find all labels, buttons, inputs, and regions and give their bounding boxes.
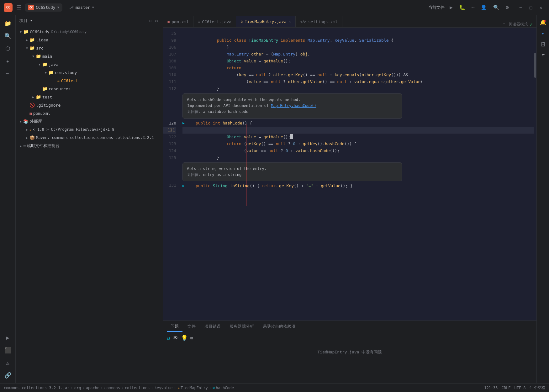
- tab-close-icon[interactable]: ✕: [289, 19, 291, 24]
- arrow-icon: ▼: [37, 62, 42, 67]
- breadcrumb-collections[interactable]: collections: [125, 386, 150, 390]
- tab-settings[interactable]: </> settings.xml: [296, 16, 342, 27]
- tab-cc6test[interactable]: ☕ CC6test.java: [193, 16, 236, 27]
- close-button[interactable]: ✕: [536, 3, 545, 12]
- sidebar-icon-vcs[interactable]: ⬡: [2, 43, 13, 54]
- charset-label: UTF-8: [514, 386, 525, 390]
- project-selector[interactable]: CC CC6Study ▼: [25, 3, 62, 12]
- tab-pom[interactable]: m pom.xml: [163, 16, 193, 27]
- tree-item-gitignore[interactable]: 🚫 .gitignore: [16, 101, 163, 109]
- check-icon: ✓: [530, 21, 533, 27]
- minimize-button[interactable]: ─: [516, 3, 525, 12]
- run-button[interactable]: ▶: [448, 3, 454, 12]
- sidebar-icon-search[interactable]: 🔍: [2, 30, 13, 41]
- settings-icon[interactable]: ⚙: [504, 3, 510, 12]
- reload-icon[interactable]: ↺: [167, 335, 170, 341]
- tree-item-resources[interactable]: 📁 resources: [16, 85, 163, 93]
- reader-mode-label: 阅读器模式: [509, 22, 528, 27]
- doc-popup-return-2: 返回值: entry as a string: [187, 172, 397, 178]
- status-crlf[interactable]: CRLF: [502, 386, 511, 390]
- project-icon: CC: [28, 5, 34, 10]
- bottom-tab-vulnerable-deps[interactable]: 易受攻击的依赖项: [259, 322, 299, 332]
- tabs-more-button[interactable]: ⋯: [502, 20, 507, 27]
- maximize-button[interactable]: □: [526, 3, 535, 12]
- right-sidebar-maven[interactable]: m: [540, 50, 546, 59]
- sidebar-icon-plugins[interactable]: ✦: [2, 55, 13, 66]
- doc-link[interactable]: Map.Entry.hashCode(): [271, 103, 316, 108]
- tree-item-cc6study[interactable]: ▼ 📁 CC6Study D:\study\CC6Study: [16, 28, 163, 36]
- position-label: 121:35: [484, 386, 498, 390]
- code-editor[interactable]: 35 99 106 107 108 109 110 111 112 120 12…: [163, 28, 536, 320]
- tree-item-cc6test[interactable]: ☕ CC6test: [16, 77, 163, 85]
- bulb-icon[interactable]: 💡: [181, 335, 188, 341]
- bottom-tab-server-analysis[interactable]: 服务器端分析: [226, 322, 258, 332]
- tree-item-src[interactable]: ▼ 📁 src: [16, 44, 163, 52]
- run-indicator-icon[interactable]: ▶: [182, 120, 185, 127]
- tree-item-comstudy[interactable]: ▼ 📁 com.study: [16, 68, 163, 77]
- status-position[interactable]: 121:35: [484, 386, 498, 390]
- line-num: 99: [163, 37, 176, 44]
- sidebar-icon-more[interactable]: ⋯: [2, 68, 13, 79]
- reader-mode-area: 阅读器模式 ✓: [509, 21, 533, 27]
- bottom-tab-project-errors[interactable]: 项目错误: [201, 322, 224, 332]
- sidebar-icon-git[interactable]: 🔗: [2, 369, 13, 381]
- editor-scrollbar[interactable]: [534, 28, 536, 320]
- run-indicator-2-icon[interactable]: ▶: [182, 183, 185, 189]
- bottom-tab-problems[interactable]: 问题: [167, 322, 182, 332]
- tab-cc6test-label: CC6test.java: [202, 19, 231, 24]
- branch-selector[interactable]: ⎇ master ▼: [66, 4, 97, 11]
- tab-tiedmapentry[interactable]: ☕ TiedMapEntry.java ✕: [236, 16, 296, 27]
- tree-item-maven-commons[interactable]: ▶ 📦 Maven: commons-collections:commons-c…: [16, 134, 163, 142]
- sidebar-icon-problems[interactable]: ⚠: [2, 357, 13, 368]
- breadcrumb-apache[interactable]: apache: [86, 386, 99, 390]
- sep5: ›: [151, 386, 153, 390]
- sidebar-icon-debug[interactable]: ⬛: [2, 344, 13, 356]
- bottom-tab-files[interactable]: 文件: [184, 322, 199, 332]
- code-line-106: Map.Entry other = (Map.Entry) obj;: [182, 44, 534, 51]
- right-sidebar-ai[interactable]: ✦: [540, 29, 546, 38]
- status-charset[interactable]: UTF-8: [514, 386, 525, 390]
- right-sidebar-db[interactable]: 🗄: [539, 40, 547, 49]
- spacer: [24, 111, 29, 116]
- arrow-icon: ▼: [43, 70, 48, 75]
- code-line-35: public class TiedMapEntry implements Map…: [182, 30, 534, 37]
- code-content[interactable]: public class TiedMapEntry implements Map…: [180, 28, 534, 320]
- breadcrumb-org[interactable]: org: [74, 386, 81, 390]
- settings-icon[interactable]: ⚙: [154, 18, 159, 24]
- user-icon[interactable]: 👤: [479, 3, 488, 12]
- bottom-panel: 问题 文件 项目错误 服务器端分析 易受攻击的依赖项 ↺ 👁 💡 ⊞ TiedM…: [163, 320, 536, 383]
- tree-item-main[interactable]: ▼ 📁 main: [16, 52, 163, 60]
- collapse-all-icon[interactable]: ⊟: [148, 18, 153, 24]
- line-num: 110: [163, 72, 176, 78]
- code-line-125: [182, 154, 534, 161]
- sidebar-icon-project[interactable]: 📁: [2, 18, 13, 29]
- line-num: 35: [163, 30, 176, 37]
- java-folder-icon: 📁: [42, 62, 47, 67]
- breadcrumb-tiedmapentry[interactable]: ☕ TiedMapEntry: [177, 386, 208, 390]
- debug-button[interactable]: 🐛: [458, 3, 467, 12]
- status-indent[interactable]: 4 个空格: [530, 385, 545, 390]
- expand-icon[interactable]: ⊞: [190, 336, 193, 341]
- eye-icon[interactable]: 👁: [173, 335, 178, 341]
- more-options-button[interactable]: ⋯: [470, 3, 476, 12]
- folder-icon: 📁: [29, 45, 35, 50]
- tree-item-idea[interactable]: ▶ 📁 .idea: [16, 36, 163, 44]
- tree-item-jdk[interactable]: ▶ ☕ < 1.8 > C:\Program Files\Java\jdk1.8: [16, 125, 163, 134]
- breadcrumb-jar[interactable]: commons-collections-3.2.1.jar: [4, 386, 70, 390]
- tree-item-external-libs[interactable]: ▼ 📚 外部库: [16, 117, 163, 125]
- tree-item-pom[interactable]: m pom.xml: [16, 109, 163, 117]
- menu-icon[interactable]: ☰: [16, 4, 21, 11]
- current-file-btn[interactable]: 当前文件: [428, 5, 445, 10]
- breadcrumb-commons[interactable]: commons: [104, 386, 120, 390]
- tree-item-test[interactable]: ▶ 📁 test: [16, 93, 163, 101]
- sidebar-icon-run[interactable]: ▶: [2, 332, 13, 343]
- tree-item-scratch[interactable]: ▶ ≡ 临时文件和控制台: [16, 142, 163, 150]
- breadcrumb-keyvalue[interactable]: keyvalue: [155, 386, 173, 390]
- breadcrumb-hashcode[interactable]: ⊕ hashCode: [213, 386, 234, 390]
- right-sidebar-notif[interactable]: 🔔: [538, 18, 548, 27]
- no-problems-message: TiedMapEntry.java 中没有问题: [167, 343, 533, 361]
- line-numbers: 35 99 106 107 108 109 110 111 112 120 12…: [163, 28, 180, 320]
- tree-item-java[interactable]: ▼ 📁 java: [16, 60, 163, 68]
- search-icon[interactable]: 🔍: [492, 3, 501, 12]
- scrollbar-thumb[interactable]: [534, 53, 536, 78]
